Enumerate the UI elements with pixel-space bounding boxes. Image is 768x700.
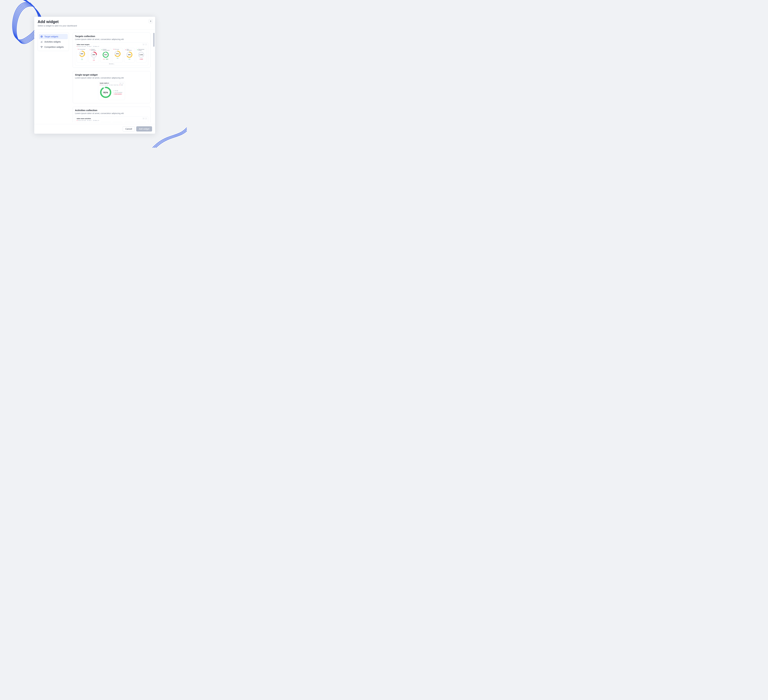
option-title: Activities collection [75,109,148,112]
progress-gauge: £145k [138,51,144,58]
option-description: Lorem ipsum dolor sit amet, consectetur … [75,112,148,114]
widget-category-sidebar: Target widgets Activities widgets Compet… [38,32,69,51]
card-label: Perm revenue booked [138,49,146,51]
target-card: Perm revenue booked £145k ↓ £2,000 [136,48,147,62]
metrics-icon [93,46,94,47]
modal-footer: Cancel Add widget [34,124,155,134]
activity-card: Perm revenue booked £36k ↑ £1,400 since … [124,122,135,122]
preview-title: Sales team targets [77,44,147,45]
delta-badge: ↓ 2 [103,59,105,60]
preview-meta: Period: Last month Users: 7 Metrics: 12 [77,120,147,121]
trophy-icon [40,46,43,48]
edit-icon: ✎ [142,117,144,119]
sidebar-item-target-widgets[interactable]: Target widgets [39,34,68,39]
sidebar-item-label: Competition widgets [45,46,64,48]
preview-meta: Period: Last month Users: 7 Metrics: 12 [77,46,147,47]
option-title: Single target widget [75,74,148,76]
preview-title: Sales team activities [77,118,147,119]
calendar-icon [100,85,101,85]
gauge-value: 24% [90,51,97,58]
expand-icon: ↗ [122,82,124,84]
target-card: 1st interviews 64% 2/6 ↑ 1 [77,48,87,62]
gauge-stats: 25 Calls 22 / 25 completed ↓ 1 below exp… [113,90,122,95]
progress-gauge: 92% [102,51,109,58]
delta-badge: 42/44 [106,59,109,60]
sidebar-item-competition-widgets[interactable]: Competition widgets [39,45,68,50]
widget-options-list[interactable]: Targets collection Lorem ipsum dolor sit… [73,32,152,122]
option-title: Targets collection [75,35,148,38]
card-label: Perm placements [127,49,134,51]
card-color-dot [114,49,115,50]
modal-header: Add widget Select a widget to add it to … [34,17,155,29]
add-widget-modal: Add widget Select a widget to add it to … [34,17,155,134]
sidebar-item-label: Activities widgets [45,40,61,43]
card-color-dot [125,49,126,50]
scrollbar-thumb[interactable] [154,33,154,47]
sidebar-item-activities-widgets[interactable]: Activities widgets [39,39,68,45]
activity-card: Total placements 2 ↑ 2 since last month [136,122,147,122]
progress-gauge: 24% [90,51,97,58]
delta-badge: ↑ 1 [128,59,131,60]
progress-gauge: 91% [100,86,112,98]
card-color-dot [78,49,79,50]
modal-subtitle: Select a widget to add it to your dashbo… [38,25,152,27]
gauge-value: 92% [102,51,109,58]
delta-badge: ↓ £2,000 [139,59,143,60]
target-card: CV's sent 67% ↑ 1 [112,48,123,62]
metrics-icon [93,120,94,121]
status-badge: ↓ 1 below expected [113,93,122,95]
delta-badge: ↓ 8 [93,60,95,61]
card-color-dot [90,49,90,50]
progress-gauge: 64% [126,51,133,58]
users-icon [87,120,88,121]
target-card: Perm placements 64% ↑ 1 [124,48,135,62]
metrics-icon [119,85,120,85]
delta-badge: ↑ 1 [81,59,83,60]
close-button[interactable]: X [149,19,153,23]
target-small-icon [113,90,114,91]
calendar-icon [77,46,78,47]
widget-option-single-target[interactable]: Single target widget Lorem ipsum dolor s… [73,71,150,103]
users-icon [109,85,110,85]
widget-preview: ✎ ↗ Sales team activities Period: Last m… [75,116,148,122]
add-widget-button[interactable]: Add widget [136,126,152,131]
users-icon [87,46,88,47]
activity-card: Contractors out 4 ↑ 1 since last month [88,122,99,122]
card-label: CV's sent [115,49,119,50]
calendar-icon [77,120,78,121]
card-label: Contract placements [91,49,98,51]
preview-actions: ✎ ↗ [142,117,147,119]
delta-badge: ↑ 1 [117,58,119,59]
gauge-value: 64% [78,50,85,57]
activity-cards-row: Candidates added 19% ↑ 1 since last mont… [77,122,147,122]
widget-option-targets-collection[interactable]: Targets collection Lorem ipsum dolor sit… [73,32,150,68]
widget-preview: ✎ ↗ Xavier metric 2 Period: Last year Us… [98,81,125,100]
gauge-value: 67% [114,50,121,57]
see-more-link: See more ▴ [77,63,147,64]
close-icon: X [150,20,151,22]
edit-icon: ✎ [119,82,121,84]
target-card: Contract placements 24% 12/48 ↓ 8 [88,48,99,62]
widget-option-activities-collection[interactable]: Activities collection Lorem ipsum dolor … [73,107,150,122]
card-subvalue: 2/6 [82,58,83,58]
activity-card: Candidates added 19% ↑ 1 since last mont… [77,122,87,122]
card-label: Contract revenue booked [103,49,110,51]
cancel-button[interactable]: Cancel [123,126,135,131]
target-card: Contract revenue booked 92% ↓ 242/44 [100,48,111,62]
gauge-value: £145k [138,51,144,58]
progress-gauge: 64% [78,50,85,57]
modal-body: Target widgets Activities widgets Compet… [34,29,155,124]
target-icon [40,35,43,38]
card-subvalue: 12/48 [93,58,95,59]
activity-card: Perm placements 1 ↑ 2 since last month [112,122,123,122]
preview-actions: ✎ ↗ [142,43,147,45]
gauge-value: 91% [100,86,112,98]
expand-icon: ↗ [145,43,147,45]
card-color-dot [137,49,138,50]
card-label: 1st interviews [79,49,85,50]
modal-title: Add widget [38,19,152,24]
check-small-icon [113,92,114,93]
expand-icon: ↗ [145,117,147,119]
option-description: Lorem ipsum dolor sit amet, consectetur … [75,38,148,40]
progress-gauge: 67% [114,50,121,57]
